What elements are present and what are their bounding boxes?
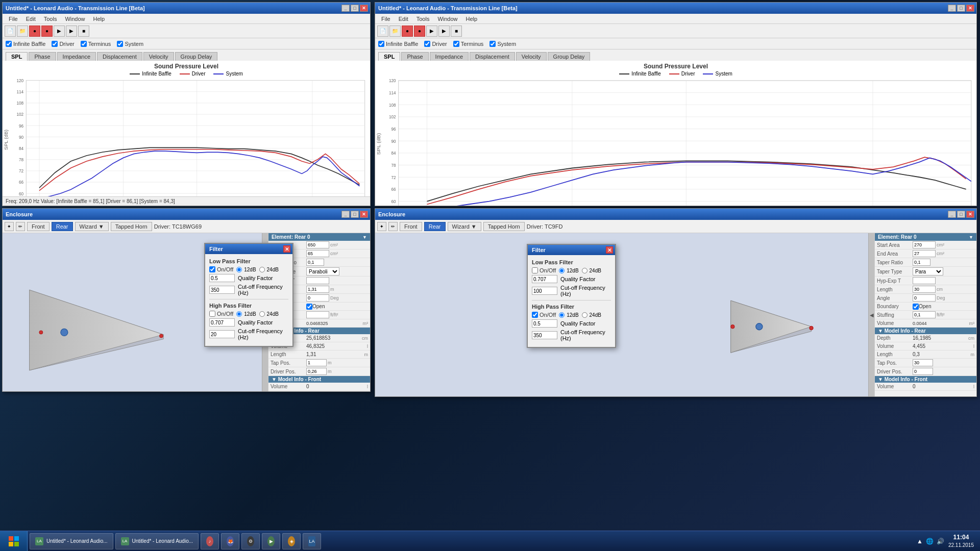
cb-system-left[interactable] (117, 41, 123, 47)
toolbar-btn-open[interactable]: 📁 (17, 26, 28, 37)
check-terminus-right[interactable]: Terminus (453, 41, 484, 47)
enc-max-right[interactable]: □ (957, 211, 965, 218)
taskbar-item-left-spl[interactable]: LA Untitled* - Leonard Audio... (30, 533, 113, 549)
lpf-cb-left[interactable] (209, 266, 215, 272)
menu-file-right[interactable]: File (377, 15, 395, 23)
toolbar-btn-open-r[interactable]: 📁 (389, 26, 401, 37)
ep-input-end-area-r[interactable] (913, 250, 936, 257)
tab-impedance-right[interactable]: Impedance (430, 52, 469, 61)
titlebar-spl-right[interactable]: Untitled* - Leonard Audio - Transmission… (375, 3, 976, 14)
lpf-12db-left[interactable]: 12dB (236, 267, 256, 272)
taskbar-item-right-spl[interactable]: LA Untitled* - Leonard Audio... (115, 533, 199, 549)
tab-impedance-left[interactable]: Impedance (57, 52, 96, 61)
menu-file-left[interactable]: File (5, 15, 22, 23)
tray-time[interactable]: 11:04 22.11.2015 (948, 534, 974, 548)
minimize-btn-right[interactable]: _ (948, 5, 956, 12)
lpf-24db-right[interactable]: 24dB (582, 268, 601, 273)
ep-select-taper-type[interactable]: Paraboli Linear Exponential (306, 267, 339, 276)
lpf-radio-12-right[interactable] (559, 268, 565, 273)
toolbar-btn-play[interactable]: ▶ (54, 26, 65, 37)
ep-input-tap-pos[interactable] (306, 359, 327, 366)
lpf-radio-12-left[interactable] (236, 267, 242, 272)
cb-terminus-left[interactable] (81, 41, 87, 47)
ep-input-stuffing[interactable] (306, 311, 329, 318)
tab-spl-left[interactable]: SPL (6, 52, 28, 61)
tab-phase-left[interactable]: Phase (29, 52, 56, 61)
maximize-btn-right[interactable]: □ (957, 5, 965, 12)
ep-select-taper-type-r[interactable]: Para Linear (913, 267, 943, 276)
enc-max-left[interactable]: □ (351, 211, 359, 218)
lpf-cutoff-input-right[interactable] (532, 287, 557, 295)
enc-tb1-right[interactable]: ✦ (377, 222, 386, 231)
hpf-24db-left[interactable]: 24dB (259, 311, 279, 317)
tab-spl-right[interactable]: SPL (378, 52, 400, 61)
hpf-12db-right[interactable]: 12dB (559, 312, 578, 318)
taskbar-item-4[interactable]: 🦊 (221, 533, 239, 549)
hpf-cb-left[interactable] (209, 311, 215, 317)
toolbar-btn-play-r1[interactable]: ▶ (426, 26, 437, 37)
toolbar-btn-save-r2[interactable]: ● (414, 26, 425, 37)
ep-input-end-area[interactable] (306, 250, 329, 257)
enc-tapped-horn-btn-right[interactable]: Tapped Horn (483, 222, 525, 231)
titlebar-enc-right[interactable]: Enclosure _ □ ✕ (375, 209, 976, 220)
ep-input-taper-ratio-r[interactable] (913, 259, 930, 266)
check-system-right[interactable]: System (489, 41, 516, 47)
menu-window-right[interactable]: Window (433, 15, 461, 23)
toolbar-btn-stop[interactable]: ■ (78, 26, 89, 37)
filter-close-left[interactable]: ✕ (283, 245, 290, 253)
menu-tools-left[interactable]: Tools (40, 15, 61, 23)
menu-help-right[interactable]: Help (462, 15, 482, 23)
ep-input-driver-pos-r[interactable] (913, 368, 933, 375)
filter-close-right[interactable]: ✕ (606, 246, 613, 254)
hpf-radio-24-left[interactable] (259, 311, 265, 317)
check-infinite-baffle-left[interactable]: Infinite Baffle (6, 41, 45, 47)
lpf-radio-24-left[interactable] (259, 267, 265, 272)
ep-section-model-front-right[interactable]: ▼ Model Info - Front (875, 376, 976, 383)
ep-cb-boundary-r[interactable] (913, 304, 919, 310)
lpf-onoff-label-right[interactable]: On/Off (532, 267, 556, 273)
ep-input-hyp-exp-r[interactable] (913, 277, 936, 284)
ep-section-model-rear-right[interactable]: ▼ Model Info - Rear (875, 328, 976, 334)
tab-group-delay-right[interactable]: Group Delay (548, 52, 591, 61)
tab-velocity-right[interactable]: Velocity (516, 52, 547, 61)
taskbar-item-5[interactable]: ⚙ (241, 533, 260, 549)
check-driver-left[interactable]: Driver (52, 41, 74, 47)
enc-front-btn-left[interactable]: Front (27, 222, 50, 231)
cb-ib-right[interactable] (378, 41, 384, 47)
enc-tb2-left[interactable]: ✏ (16, 222, 25, 231)
enc-rear-btn-left[interactable]: Rear (52, 222, 73, 231)
enc-wizard-btn-left[interactable]: Wizard ▼ (75, 222, 109, 231)
ep-input-length[interactable] (306, 286, 329, 293)
enc-tapped-horn-btn-left[interactable]: Tapped Horn (111, 222, 152, 231)
lpf-12db-right[interactable]: 12dB (559, 268, 578, 273)
tab-group-delay-left[interactable]: Group Delay (175, 52, 218, 61)
maximize-btn-left[interactable]: □ (351, 5, 359, 12)
ep-input-angle[interactable] (306, 294, 329, 302)
lpf-onoff-label-left[interactable]: On/Off (209, 266, 233, 272)
cb-system-right[interactable] (489, 41, 496, 47)
ep-input-tap-pos-r[interactable] (913, 359, 933, 366)
tab-displacement-right[interactable]: Displacement (470, 52, 515, 61)
close-btn-right[interactable]: ✕ (966, 5, 974, 12)
ep-input-hyp-exp[interactable] (306, 277, 329, 284)
start-button[interactable] (0, 531, 28, 552)
cb-driver-right[interactable] (424, 41, 430, 47)
enc-min-left[interactable]: _ (341, 211, 350, 218)
ep-input-taper-ratio[interactable] (306, 259, 324, 266)
minimize-btn-left[interactable]: _ (341, 5, 350, 12)
ep-input-angle-r[interactable] (913, 294, 936, 302)
tab-phase-right[interactable]: Phase (401, 52, 428, 61)
hpf-24db-right[interactable]: 24dB (582, 312, 601, 318)
ep-input-start-area[interactable] (306, 241, 329, 248)
hpf-quality-input-right[interactable] (532, 319, 557, 328)
hpf-radio-12-left[interactable] (236, 311, 242, 317)
lpf-quality-input-right[interactable] (532, 275, 557, 283)
hpf-cutoff-input-right[interactable] (532, 331, 557, 339)
taskbar-item-la[interactable]: LA (303, 533, 321, 549)
enc-close-left[interactable]: ✕ (360, 211, 368, 218)
tab-displacement-left[interactable]: Displacement (97, 52, 142, 61)
ep-input-length-r[interactable] (913, 286, 936, 293)
panel-toggle-right[interactable]: ◀ (868, 233, 874, 396)
toolbar-btn-save-r1[interactable]: ● (402, 26, 413, 37)
lpf-radio-24-right[interactable] (582, 268, 587, 273)
